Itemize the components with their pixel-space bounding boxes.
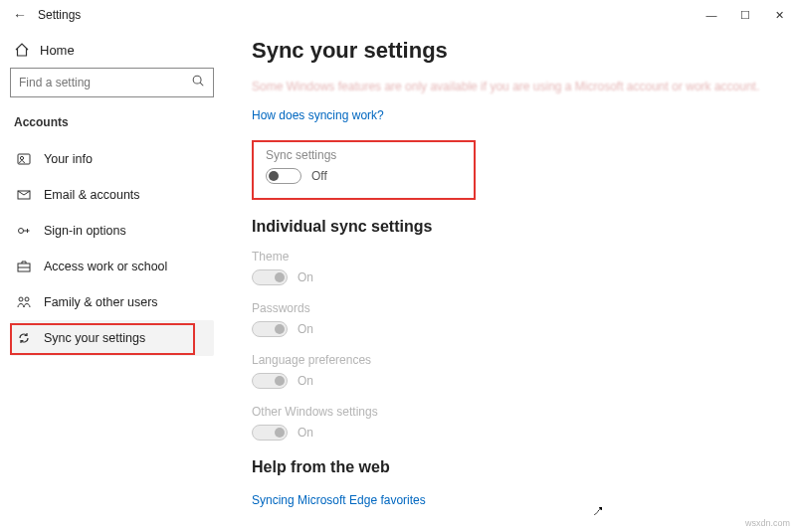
- sidebar-item-label: Family & other users: [44, 295, 158, 309]
- svg-point-8: [25, 297, 29, 301]
- watermark: wsxdn.com: [745, 518, 790, 528]
- title-bar: ← Settings — ☐ ✕: [0, 0, 796, 30]
- individual-sync-heading: Individual sync settings: [252, 218, 776, 236]
- theme-setting: Theme On: [252, 250, 776, 285]
- user-icon: [16, 151, 32, 167]
- theme-label: Theme: [252, 250, 776, 264]
- svg-line-1: [200, 83, 203, 86]
- sidebar-item-signin-options[interactable]: Sign-in options: [10, 213, 214, 249]
- sidebar-item-access-work-school[interactable]: Access work or school: [10, 249, 214, 284]
- theme-toggle[interactable]: [252, 269, 288, 285]
- sidebar-item-label: Access work or school: [44, 260, 167, 273]
- other-windows-setting: Other Windows settings On: [252, 405, 776, 441]
- language-label: Language preferences: [252, 353, 776, 367]
- home-icon: [14, 42, 30, 58]
- key-icon: [16, 223, 32, 239]
- sidebar-home-label: Home: [40, 43, 75, 58]
- how-syncing-works-link[interactable]: How does syncing work?: [252, 108, 384, 122]
- help-link-edge-favorites[interactable]: Syncing Microsoft Edge favorites: [252, 493, 426, 507]
- sidebar-item-label: Sign-in options: [44, 224, 126, 238]
- other-windows-state: On: [298, 426, 313, 440]
- svg-point-3: [20, 156, 23, 159]
- mail-icon: [16, 187, 32, 203]
- sidebar-home[interactable]: Home: [10, 36, 214, 68]
- sidebar-item-family-users[interactable]: Family & other users: [10, 284, 214, 320]
- sidebar-item-email-accounts[interactable]: Email & accounts: [10, 177, 214, 213]
- back-button[interactable]: ←: [10, 7, 30, 23]
- language-toggle[interactable]: [252, 373, 288, 389]
- svg-point-0: [193, 76, 201, 84]
- maximize-button[interactable]: ☐: [728, 1, 762, 29]
- svg-point-7: [19, 297, 23, 301]
- sync-settings-label: Sync settings: [266, 148, 462, 162]
- sidebar-item-label: Email & accounts: [44, 188, 140, 202]
- briefcase-icon: [16, 259, 32, 274]
- sync-icon: [16, 330, 32, 346]
- sync-settings-toggle[interactable]: [266, 168, 301, 184]
- sidebar-item-sync-settings[interactable]: Sync your settings: [10, 320, 214, 356]
- account-notice: Some Windows features are only available…: [252, 78, 776, 95]
- svg-point-5: [19, 229, 24, 234]
- window-title: Settings: [38, 8, 81, 22]
- sidebar: Home Accounts Your info Email & accounts…: [0, 30, 224, 532]
- search-box[interactable]: [10, 68, 214, 97]
- other-windows-toggle[interactable]: [252, 425, 288, 441]
- sidebar-item-label: Sync your settings: [44, 331, 145, 345]
- language-state: On: [298, 374, 313, 388]
- passwords-state: On: [298, 322, 313, 336]
- minimize-button[interactable]: —: [695, 1, 728, 29]
- other-windows-label: Other Windows settings: [252, 405, 776, 419]
- sync-settings-state: Off: [311, 169, 327, 183]
- close-button[interactable]: ✕: [762, 1, 796, 29]
- passwords-toggle[interactable]: [252, 321, 288, 337]
- passwords-setting: Passwords On: [252, 301, 776, 337]
- sidebar-section-label: Accounts: [10, 115, 214, 141]
- sidebar-item-label: Your info: [44, 152, 93, 166]
- sync-settings-group: Sync settings Off: [252, 140, 476, 200]
- family-icon: [16, 294, 32, 310]
- search-icon: [191, 74, 205, 91]
- passwords-label: Passwords: [252, 301, 776, 315]
- page-title: Sync your settings: [252, 38, 776, 64]
- sidebar-item-your-info[interactable]: Your info: [10, 141, 214, 177]
- help-heading: Help from the web: [252, 458, 776, 476]
- main-content: Sync your settings Some Windows features…: [224, 30, 796, 532]
- theme-state: On: [298, 270, 313, 284]
- language-setting: Language preferences On: [252, 353, 776, 389]
- search-input[interactable]: [19, 76, 191, 89]
